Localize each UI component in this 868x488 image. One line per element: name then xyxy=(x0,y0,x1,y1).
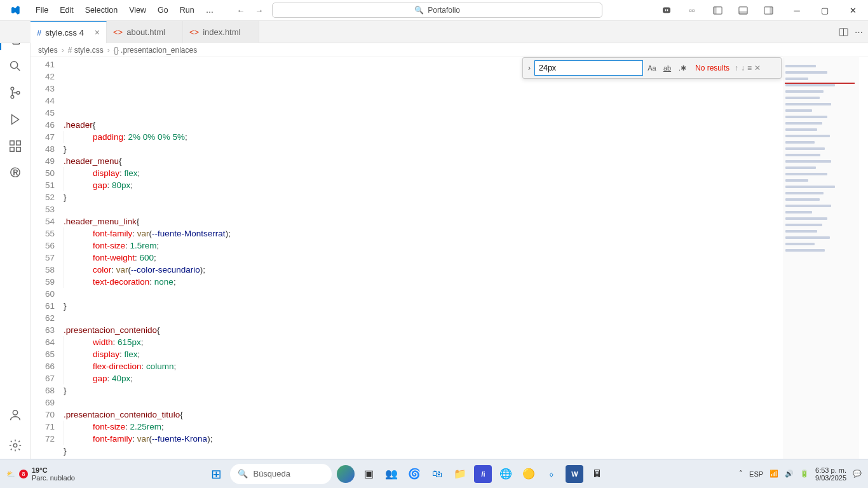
editor-tab[interactable]: # style.css 4 × xyxy=(31,21,107,43)
svg-rect-5 xyxy=(770,6,773,13)
find-selection-icon[interactable]: ≡ xyxy=(747,62,752,74)
editor[interactable]: 4142434445464748495051525354555657585960… xyxy=(31,57,868,459)
taskbar-chrome-icon[interactable]: 🟡 xyxy=(520,465,538,483)
search-activity-icon[interactable] xyxy=(0,53,31,79)
command-center[interactable]: 🔍 Portafolio xyxy=(272,3,602,18)
tab-label: about.html xyxy=(126,27,165,37)
breadcrumb-segment[interactable]: {} .presentacion_enlaces xyxy=(114,46,197,55)
command-center-label: Portafolio xyxy=(428,6,460,15)
menu-item[interactable]: Go xyxy=(153,3,173,17)
find-close-icon[interactable]: ✕ xyxy=(754,62,761,74)
vscode-logo-icon xyxy=(0,4,31,16)
tray-clock[interactable]: 6:53 p. m. 9/03/2025 xyxy=(815,466,846,482)
source-control-icon[interactable] xyxy=(0,79,31,106)
copilot-icon[interactable] xyxy=(656,1,677,19)
menu-bar: FileEditSelectionViewGoRun… xyxy=(31,3,219,17)
layout-customize-icon[interactable]: ▫▫ xyxy=(681,1,703,19)
taskbar-widgets-icon[interactable] xyxy=(337,465,355,483)
settings-gear-icon[interactable] xyxy=(0,432,31,459)
taskbar-edge-icon[interactable]: 🌐 xyxy=(497,465,515,483)
menu-item[interactable]: File xyxy=(31,3,53,17)
svg-point-12 xyxy=(17,92,20,95)
tray-language[interactable]: ESP xyxy=(749,470,763,478)
search-icon: 🔍 xyxy=(414,6,424,15)
taskbar-search-placeholder: Búsqueda xyxy=(253,469,290,478)
taskbar-taskview-icon[interactable]: ▣ xyxy=(360,465,377,483)
file-icon: # xyxy=(37,28,41,37)
nav-forward-icon[interactable]: → xyxy=(255,6,263,15)
accounts-icon[interactable] xyxy=(0,402,31,428)
svg-rect-16 xyxy=(16,141,20,145)
tray-chevron-icon[interactable]: ˄ xyxy=(739,470,743,478)
svg-rect-14 xyxy=(10,147,13,151)
taskbar-copilot-icon[interactable]: 🌀 xyxy=(405,465,423,483)
maximize-button[interactable]: ▢ xyxy=(811,0,839,21)
panel-right-icon[interactable] xyxy=(757,1,779,19)
svg-point-18 xyxy=(13,444,17,447)
menu-item[interactable]: Run xyxy=(175,3,200,17)
menu-item[interactable]: … xyxy=(201,3,219,17)
taskbar-explorer-icon[interactable]: 📁 xyxy=(451,465,469,483)
start-button[interactable]: ⊞ xyxy=(207,465,225,483)
tab-bar: # style.css 4 ×<> about.html <> index.ht… xyxy=(0,21,868,43)
panel-left-icon[interactable] xyxy=(707,1,728,19)
regex-icon[interactable]: .✱ xyxy=(676,62,689,74)
find-next-icon[interactable]: ↓ xyxy=(741,62,745,74)
run-debug-icon[interactable] xyxy=(0,106,31,133)
file-icon: <> xyxy=(113,27,123,37)
weather-desc: Parc. nublado xyxy=(32,474,75,482)
taskbar-app-icon[interactable]: /i xyxy=(474,465,492,483)
r-extension-icon[interactable]: Ⓡ xyxy=(0,159,31,186)
tray-wifi-icon[interactable]: 📶 xyxy=(770,470,778,478)
svg-rect-13 xyxy=(10,141,13,145)
tray-volume-icon[interactable]: 🔊 xyxy=(785,470,794,478)
nav-back-icon[interactable]: ← xyxy=(236,6,245,15)
svg-rect-15 xyxy=(16,147,20,151)
menu-item[interactable]: View xyxy=(124,3,151,17)
find-prev-icon[interactable]: ↑ xyxy=(735,62,738,74)
find-input[interactable] xyxy=(534,60,643,76)
taskbar-search[interactable]: 🔍 Búsqueda xyxy=(230,464,332,484)
taskbar-vscode-icon[interactable]: ⬨ xyxy=(543,465,560,483)
tray-battery-icon[interactable]: 🔋 xyxy=(800,470,809,478)
more-actions-icon[interactable]: ⋯ xyxy=(855,27,863,37)
breadcrumb[interactable]: styles›# style.css›{} .presentacion_enla… xyxy=(0,43,868,57)
tray-notifications-icon[interactable]: 💬 xyxy=(853,470,862,478)
code-area[interactable]: › Aa ab .✱ No results ↑ ↓ ≡ ✕ .header{ p… xyxy=(64,57,868,459)
editor-tab[interactable]: <> about.html xyxy=(107,21,183,43)
menu-item[interactable]: Selection xyxy=(80,3,123,17)
match-whole-word-icon[interactable]: ab xyxy=(661,62,674,74)
taskbar-calculator-icon[interactable]: 🖩 xyxy=(588,465,606,483)
file-icon: <> xyxy=(189,27,199,37)
title-bar: FileEditSelectionViewGoRun… ← → 🔍 Portaf… xyxy=(0,0,868,21)
taskbar-teams-icon[interactable]: 👥 xyxy=(383,465,400,483)
editor-tab[interactable]: <> index.html xyxy=(183,21,259,43)
taskbar-weather[interactable]: ⛅ 8 19°C Parc. nublado xyxy=(6,466,75,482)
weather-badge: 8 xyxy=(19,470,28,478)
taskbar-store-icon[interactable]: 🛍 xyxy=(428,465,446,483)
weather-temp: 19°C xyxy=(32,466,75,474)
breadcrumb-segment[interactable]: # style.css xyxy=(68,46,104,55)
breadcrumb-segment[interactable]: styles xyxy=(38,46,58,55)
taskbar-word-icon[interactable]: W xyxy=(566,465,583,483)
menu-item[interactable]: Edit xyxy=(55,3,79,17)
match-case-icon[interactable]: Aa xyxy=(646,62,658,74)
activity-bar: Ⓡ xyxy=(0,21,31,459)
split-editor-icon[interactable] xyxy=(839,27,848,37)
close-button[interactable]: ✕ xyxy=(839,0,867,21)
close-icon[interactable]: × xyxy=(95,27,100,37)
find-results: No results xyxy=(695,62,729,74)
weather-icon: ⛅ xyxy=(6,470,15,478)
tab-label: style.css 4 xyxy=(45,28,84,37)
svg-line-9 xyxy=(17,68,20,71)
svg-rect-1 xyxy=(713,6,716,13)
svg-point-17 xyxy=(13,410,17,415)
tab-label: index.html xyxy=(203,27,240,37)
find-toggle-replace-icon[interactable]: › xyxy=(527,61,532,76)
panel-bottom-icon[interactable] xyxy=(732,1,754,19)
minimap[interactable] xyxy=(783,57,859,459)
minimize-button[interactable]: ─ xyxy=(783,0,811,21)
svg-point-10 xyxy=(11,87,14,90)
extensions-icon[interactable] xyxy=(0,133,31,159)
search-icon: 🔍 xyxy=(238,469,248,478)
